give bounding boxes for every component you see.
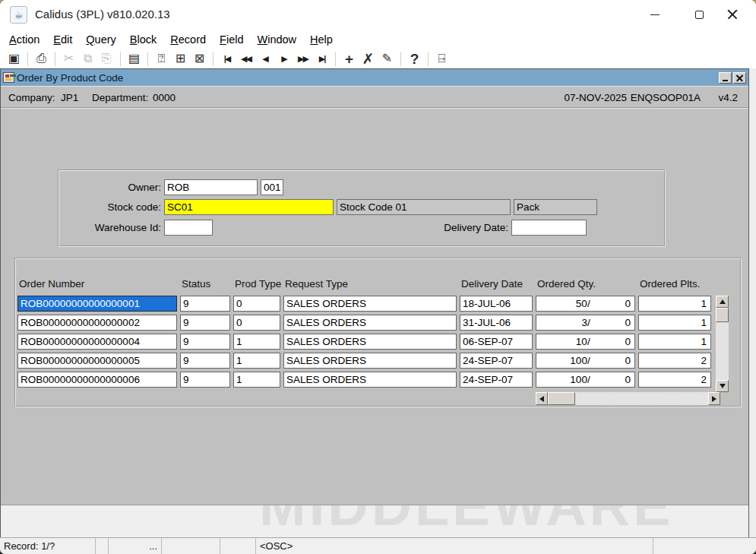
first-record-icon: |◀ — [224, 55, 230, 63]
save-button[interactable]: ▣ — [5, 50, 24, 67]
owner-input[interactable] — [164, 179, 258, 195]
grid-cell-delivery_date[interactable]: 06-SEP-07 — [460, 334, 533, 350]
grid-cell-delivery_date[interactable]: 18-JUL-06 — [460, 296, 533, 312]
statusbar-cell-2: ... — [109, 538, 162, 554]
menu-item-edit[interactable]: Edit — [50, 33, 75, 46]
company-value: JP1 — [61, 92, 78, 103]
paste-button: ⎘ — [97, 50, 116, 67]
horizontal-scrollbar[interactable] — [536, 392, 720, 405]
mdi-background-right — [749, 68, 756, 537]
horizontal-scroll-thumb[interactable] — [548, 392, 575, 405]
menu-item-query[interactable]: Query — [83, 33, 119, 46]
grid-cell-status[interactable]: 9 — [180, 315, 230, 331]
next-block-button[interactable]: ▶▶ — [293, 50, 312, 67]
menu-bar: ActionEditQueryBlockRecordFieldWindowHel… — [0, 30, 756, 49]
program-id: ENQSOOP01A — [631, 92, 701, 103]
delete-record-button[interactable]: ✗ — [359, 50, 378, 67]
copy-button: ⧉ — [78, 50, 97, 67]
grid-cell-delivery_date[interactable]: 31-JUL-06 — [460, 315, 533, 331]
grid-cell-request_type[interactable]: SALES ORDERS — [283, 315, 457, 331]
menu-item-field[interactable]: Field — [217, 33, 246, 46]
enter-query-button[interactable]: ⍰ — [152, 50, 171, 67]
cancel-query-button[interactable]: ⊠ — [190, 50, 209, 67]
grid-cell-prod_type[interactable]: 1 — [233, 372, 280, 388]
ordered-qty-value: 100/ — [539, 373, 590, 386]
scroll-down-button[interactable] — [716, 380, 729, 392]
grid-cell-plts[interactable]: 2 — [638, 353, 711, 369]
grid-cell-status[interactable]: 9 — [180, 372, 230, 388]
grid-cell-prod_type[interactable]: 1 — [233, 353, 280, 369]
ordered-qty-secondary: 0 — [590, 335, 632, 348]
next-record-button[interactable]: ▶ — [274, 50, 293, 67]
statusbar-cell-4 — [220, 538, 256, 554]
menu-item-window[interactable]: Window — [254, 33, 299, 46]
maximize-icon — [695, 11, 704, 19]
stock-code-input[interactable] — [164, 199, 334, 215]
grid-cell-request_type[interactable]: SALES ORDERS — [283, 334, 457, 350]
grid-cell-plts[interactable]: 1 — [638, 296, 711, 312]
statusbar-cell-0: Record: 1/? — [0, 538, 96, 554]
execute-query-button[interactable]: ⊞ — [171, 50, 190, 67]
delivery-date-input[interactable] — [511, 220, 587, 236]
grid-cell-request_type[interactable]: SALES ORDERS — [283, 353, 457, 369]
status-bar: Record: 1/?...<OSC> — [0, 537, 756, 554]
grid-cell-status[interactable]: 9 — [180, 334, 230, 350]
menu-item-action[interactable]: Action — [6, 33, 43, 46]
grid-cell-qty[interactable]: 100/0 — [536, 353, 635, 369]
exit-button[interactable]: ⍈ — [432, 50, 451, 67]
owner-seq-input[interactable] — [261, 179, 283, 195]
grid-cell-prod_type[interactable]: 0 — [233, 315, 280, 331]
grid-cell-prod_type[interactable]: 0 — [233, 296, 280, 312]
scroll-up-button[interactable] — [716, 296, 729, 308]
print-button[interactable]: ⎙ — [32, 50, 51, 67]
form-icon — [3, 72, 14, 83]
close-button[interactable] — [715, 0, 750, 29]
scroll-left-button[interactable] — [536, 392, 548, 405]
scroll-right-button[interactable] — [708, 392, 720, 405]
java-coffee-icon: ☕ — [10, 6, 27, 24]
grid-cell-delivery_date[interactable]: 24-SEP-07 — [460, 372, 533, 388]
lock-record-icon: ✎ — [382, 52, 392, 65]
grid-cell-qty[interactable]: 50/0 — [536, 296, 635, 312]
grid-cell-status[interactable]: 9 — [180, 296, 230, 312]
edit-button[interactable]: ▤ — [125, 50, 144, 67]
last-record-button[interactable]: ▶| — [312, 50, 331, 67]
menu-item-help[interactable]: Help — [307, 33, 336, 46]
grid-cell-order[interactable]: ROB00000000000000001 — [17, 296, 177, 312]
lock-record-button[interactable]: ✎ — [378, 50, 397, 67]
grid-cell-plts[interactable]: 1 — [638, 334, 711, 350]
insert-record-button[interactable]: + — [340, 50, 359, 67]
grid-cell-order[interactable]: ROB00000000000000005 — [17, 353, 177, 369]
previous-record-button[interactable]: ◀ — [255, 50, 274, 67]
help-icon: ? — [410, 52, 419, 66]
last-record-icon: ▶| — [319, 55, 325, 63]
grid-cell-request_type[interactable]: SALES ORDERS — [283, 372, 457, 388]
grid-cell-qty[interactable]: 10/0 — [536, 334, 635, 350]
menu-item-block[interactable]: Block — [127, 33, 160, 46]
toolbar-separator — [27, 52, 28, 66]
vertical-scrollbar[interactable] — [716, 296, 729, 392]
minimize-button[interactable] — [637, 0, 672, 29]
warehouse-input[interactable] — [164, 220, 213, 236]
column-header: Status — [182, 278, 210, 290]
column-header: Prod Type — [235, 278, 281, 290]
grid-cell-plts[interactable]: 1 — [638, 315, 711, 331]
grid-cell-order[interactable]: ROB00000000000000002 — [17, 315, 177, 331]
grid-cell-qty[interactable]: 3/0 — [536, 315, 635, 331]
grid-cell-plts[interactable]: 2 — [638, 372, 711, 388]
grid-cell-request_type[interactable]: SALES ORDERS — [283, 296, 457, 312]
vertical-scroll-thumb[interactable] — [716, 308, 729, 322]
previous-block-button[interactable]: ◀◀ — [236, 50, 255, 67]
mdi-minimize-button[interactable] — [719, 72, 732, 84]
help-button[interactable]: ? — [405, 50, 424, 67]
mdi-close-button[interactable] — [733, 72, 746, 84]
grid-cell-order[interactable]: ROB00000000000000004 — [17, 334, 177, 350]
first-record-button[interactable]: |◀ — [217, 50, 236, 67]
grid-cell-qty[interactable]: 100/0 — [536, 372, 635, 388]
grid-cell-order[interactable]: ROB00000000000000006 — [17, 372, 177, 388]
grid-cell-delivery_date[interactable]: 24-SEP-07 — [460, 353, 533, 369]
menu-item-record[interactable]: Record — [167, 33, 209, 46]
grid-cell-prod_type[interactable]: 1 — [233, 334, 280, 350]
grid-cell-status[interactable]: 9 — [180, 353, 230, 369]
maximize-button[interactable] — [682, 0, 716, 29]
